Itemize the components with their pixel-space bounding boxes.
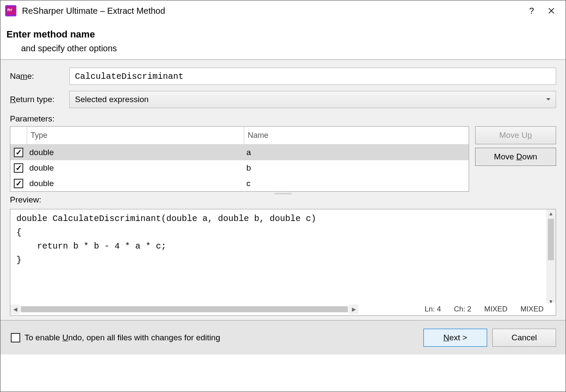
heading-area: Enter method name and specify other opti…	[0, 21, 566, 59]
vertical-scrollbar[interactable]: ▲ ▼	[546, 209, 556, 306]
col-type[interactable]: Type	[27, 127, 244, 145]
parameters-label: Parameters:	[10, 114, 556, 124]
undo-label: To enable Undo, open all files with chan…	[25, 333, 418, 342]
status-col: Ch: 2	[454, 305, 472, 314]
row-type: double	[27, 176, 244, 191]
row-type: double	[27, 160, 244, 176]
hscroll-thumb[interactable]	[21, 306, 348, 312]
splitter[interactable]	[10, 192, 556, 195]
move-up-button[interactable]: Move Up	[475, 126, 556, 144]
table-row[interactable]: doublea	[10, 145, 469, 160]
move-down-button[interactable]: Move Down	[475, 148, 556, 166]
status-mixed-2: MIXED	[520, 305, 544, 314]
col-name[interactable]: Name	[244, 127, 469, 145]
footer: To enable Undo, open all files with chan…	[0, 320, 566, 355]
status-line: Ln: 4	[425, 305, 441, 314]
page-subtitle: and specify other options	[21, 44, 560, 53]
table-row[interactable]: doublec	[10, 176, 469, 191]
svg-text:R#: R#	[7, 8, 12, 12]
undo-checkbox[interactable]	[11, 333, 20, 342]
row-checkbox[interactable]	[14, 163, 23, 173]
content-area: Name: Return type: Selected expression P…	[0, 59, 566, 320]
parameters-table: Type Name doubleadoublebdoublec	[10, 126, 469, 192]
scroll-thumb[interactable]	[548, 219, 554, 260]
close-button[interactable]	[541, 1, 561, 21]
preview-code: double CalculateDiscriminant(double a, d…	[10, 209, 556, 270]
name-label: Name:	[10, 72, 69, 81]
row-name: a	[244, 145, 469, 160]
preview-box: double CalculateDiscriminant(double a, d…	[10, 209, 556, 316]
row-checkbox[interactable]	[14, 148, 23, 157]
col-check	[10, 127, 27, 145]
cancel-button[interactable]: Cancel	[492, 329, 556, 347]
status-mixed-1: MIXED	[484, 305, 507, 314]
method-name-input[interactable]	[69, 68, 556, 85]
row-name: b	[244, 160, 469, 176]
next-button[interactable]: Next >	[423, 329, 487, 347]
return-type-select[interactable]: Selected expression	[69, 91, 556, 108]
horizontal-scrollbar[interactable]: ◀ ▶	[10, 305, 358, 314]
table-row[interactable]: doubleb	[10, 160, 469, 176]
app-icon: R#	[5, 5, 17, 17]
page-title: Enter method name	[6, 29, 560, 40]
help-button[interactable]: ?	[522, 1, 541, 21]
preview-label: Preview:	[10, 195, 556, 205]
status-bar: Ln: 4 Ch: 2 MIXED MIXED	[425, 305, 556, 314]
return-type-label: Return type:	[10, 95, 69, 104]
scroll-up-icon[interactable]: ▲	[546, 209, 556, 218]
window-title: ReSharper Ultimate – Extract Method	[22, 6, 522, 16]
row-type: double	[27, 145, 244, 160]
scroll-left-icon[interactable]: ◀	[10, 305, 20, 314]
row-name: c	[244, 176, 469, 191]
scroll-right-icon[interactable]: ▶	[349, 305, 358, 314]
row-checkbox[interactable]	[14, 179, 23, 188]
titlebar: R# ReSharper Ultimate – Extract Method ?	[0, 0, 566, 21]
